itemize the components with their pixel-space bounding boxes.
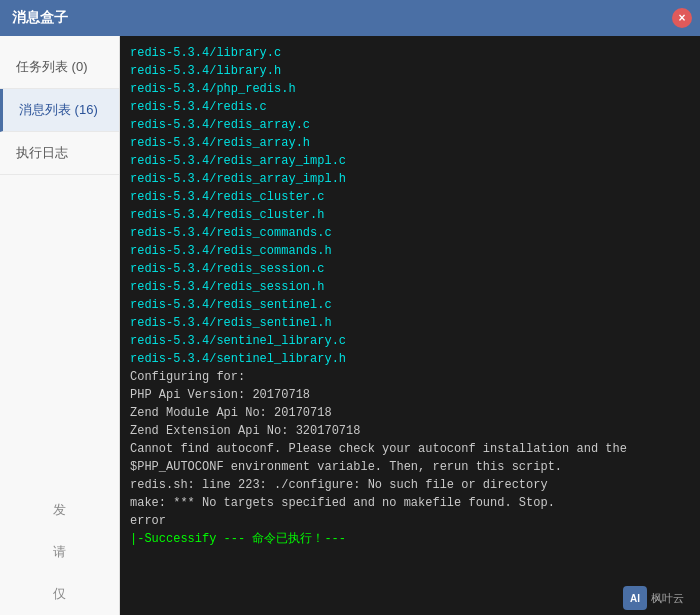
content-area: redis-5.3.4/library.credis-5.3.4/library… — [120, 36, 700, 615]
terminal-line: Cannot find autoconf. Please check your … — [130, 440, 690, 458]
terminal-line: redis-5.3.4/redis_array_impl.h — [130, 170, 690, 188]
terminal-line: Zend Extension Api No: 320170718 — [130, 422, 690, 440]
terminal-line: redis-5.3.4/redis_array_impl.c — [130, 152, 690, 170]
sidebar-bottom-items: 发 请 仅 — [0, 489, 119, 615]
sidebar-item-message-list[interactable]: 消息列表 (16) — [0, 89, 119, 132]
terminal-line: redis-5.3.4/php_redis.h — [130, 80, 690, 98]
main-body: 任务列表 (0) 消息列表 (16) 执行日志 发 请 仅 redis-5.3.… — [0, 36, 700, 615]
terminal-line: redis-5.3.4/redis_cluster.h — [130, 206, 690, 224]
sidebar-spacer — [0, 175, 119, 489]
watermark-icon: AI — [623, 586, 647, 610]
terminal-line: redis-5.3.4/redis_array.c — [130, 116, 690, 134]
top-bar: 消息盒子 × — [0, 0, 700, 36]
terminal-output[interactable]: redis-5.3.4/library.credis-5.3.4/library… — [120, 36, 700, 615]
terminal-line: redis-5.3.4/redis_commands.h — [130, 242, 690, 260]
app-container: 消息盒子 × 任务列表 (0) 消息列表 (16) 执行日志 发 请 仅 red… — [0, 0, 700, 615]
app-title: 消息盒子 — [12, 9, 68, 27]
terminal-line: redis-5.3.4/library.c — [130, 44, 690, 62]
terminal-line: |-Successify --- 命令已执行！--- — [130, 530, 690, 548]
terminal-line: redis-5.3.4/redis_sentinel.h — [130, 314, 690, 332]
terminal-line: redis-5.3.4/redis_cluster.c — [130, 188, 690, 206]
watermark: AI 枫叶云 — [623, 586, 684, 610]
terminal-line: make: *** No targets specified and no ma… — [130, 494, 690, 512]
terminal-line: redis.sh: line 223: ./configure: No such… — [130, 476, 690, 494]
terminal-line: Zend Module Api No: 20170718 — [130, 404, 690, 422]
terminal-line: redis-5.3.4/library.h — [130, 62, 690, 80]
sidebar: 任务列表 (0) 消息列表 (16) 执行日志 发 请 仅 — [0, 36, 120, 615]
terminal-line: redis-5.3.4/redis_session.c — [130, 260, 690, 278]
sidebar-item-fa: 发 — [0, 489, 119, 531]
terminal-line: redis-5.3.4/redis_array.h — [130, 134, 690, 152]
terminal-line: redis-5.3.4/sentinel_library.h — [130, 350, 690, 368]
watermark-label: 枫叶云 — [651, 591, 684, 606]
terminal-line: $PHP_AUTOCONF environment variable. Then… — [130, 458, 690, 476]
sidebar-item-qian: 请 — [0, 531, 119, 573]
terminal-line: PHP Api Version: 20170718 — [130, 386, 690, 404]
sidebar-item-yi: 仅 — [0, 573, 119, 615]
terminal-line: error — [130, 512, 690, 530]
close-button[interactable]: × — [672, 8, 692, 28]
terminal-line: redis-5.3.4/redis.c — [130, 98, 690, 116]
sidebar-item-exec-log[interactable]: 执行日志 — [0, 132, 119, 175]
terminal-line: redis-5.3.4/redis_session.h — [130, 278, 690, 296]
terminal-line: Configuring for: — [130, 368, 690, 386]
sidebar-item-task-list[interactable]: 任务列表 (0) — [0, 46, 119, 89]
terminal-line: redis-5.3.4/redis_sentinel.c — [130, 296, 690, 314]
terminal-line: redis-5.3.4/redis_commands.c — [130, 224, 690, 242]
terminal-line: redis-5.3.4/sentinel_library.c — [130, 332, 690, 350]
